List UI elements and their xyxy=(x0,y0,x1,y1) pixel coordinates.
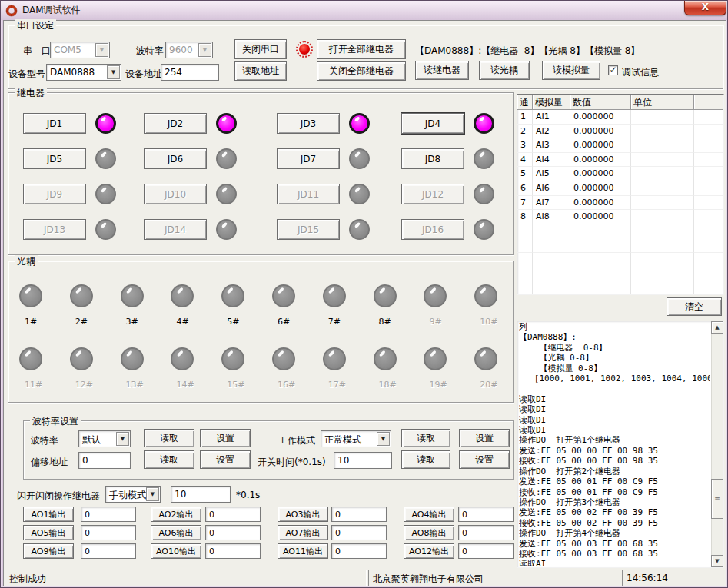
switch-time-set-button[interactable]: 设置 xyxy=(459,450,510,469)
ao-output-field-6[interactable] xyxy=(205,525,261,540)
ao-output-field-10[interactable] xyxy=(205,543,261,559)
analog-table-header-cell[interactable]: 单位 xyxy=(631,95,694,110)
device-address-field[interactable] xyxy=(161,64,219,81)
ao-output-field-2[interactable] xyxy=(205,507,261,522)
close-button[interactable]: X xyxy=(684,1,726,15)
relay-button-jd1[interactable]: JD1 xyxy=(23,113,86,134)
read-analog-button[interactable]: 读模拟量 xyxy=(542,61,600,80)
ao-output-button-3[interactable]: AO3输出 xyxy=(278,507,328,522)
analog-table-cell: 0.000000 xyxy=(570,125,631,139)
relay-button-jd8[interactable]: JD8 xyxy=(401,148,464,169)
analog-table-row[interactable]: 5AI50.000000 xyxy=(517,167,723,181)
analog-table-row[interactable]: 4AI40.000000 xyxy=(517,153,723,168)
work-mode-select[interactable]: 正常模式 ▼ xyxy=(321,430,391,447)
device-model-select[interactable]: DAM0888 ▼ xyxy=(46,64,121,81)
switch-time-field[interactable] xyxy=(334,452,392,469)
baud-read-button[interactable]: 读取 xyxy=(144,429,194,447)
analog-table-cell xyxy=(570,238,631,253)
flash-time-field[interactable] xyxy=(171,486,231,503)
ao-output-button-4[interactable]: AO4输出 xyxy=(404,507,454,522)
analog-table-row[interactable]: 7AI70.000000 xyxy=(517,196,723,211)
ao-output-button-9[interactable]: AO9输出 xyxy=(23,543,74,559)
ao-output-button-10[interactable]: AO10输出 xyxy=(151,543,201,559)
ao-output-field-11[interactable] xyxy=(331,543,387,559)
read-relays-button[interactable]: 读继电器 xyxy=(415,61,469,80)
flash-mode-select[interactable]: 手动模式 ▼ xyxy=(105,486,161,503)
analog-table-row[interactable]: 1AI10.000000 xyxy=(517,110,723,125)
analog-table-cell xyxy=(631,110,694,125)
analog-table-row[interactable]: 6AI60.000000 xyxy=(517,181,723,196)
log-scrollbar[interactable]: ▲ ≡ ▼ xyxy=(711,321,723,567)
offset-set-button[interactable]: 设置 xyxy=(200,450,251,469)
scroll-down-icon[interactable]: ▼ xyxy=(711,555,723,567)
analog-table: 通模拟量数值单位1AI10.0000002AI20.0000003AI30.00… xyxy=(517,94,724,295)
ao-output-field-5[interactable] xyxy=(81,525,136,540)
read-address-button[interactable]: 读取地址 xyxy=(234,61,287,81)
open-all-relays-button[interactable]: 打开全部继电器 xyxy=(317,39,406,59)
baud-set-button[interactable]: 设置 xyxy=(200,429,251,447)
relay-button-jd6[interactable]: JD6 xyxy=(144,148,207,169)
analog-table-cell: 0.000000 xyxy=(570,153,631,168)
opto-led-off xyxy=(374,284,397,307)
com-port-select[interactable]: COM5 ▼ xyxy=(50,42,110,58)
relay-button-jd11[interactable]: JD11 xyxy=(277,184,340,204)
debug-log-panel[interactable]: 列 【DAM0888】: 【继电器 0-8】 【光耦 0-8】 【模拟量 0-8… xyxy=(517,321,724,568)
scrollbar-thumb[interactable]: ≡ xyxy=(711,479,723,519)
relay-button-jd9[interactable]: JD9 xyxy=(23,184,86,204)
ao-output-button-12[interactable]: AO12输出 xyxy=(404,543,454,559)
work-mode-read-button[interactable]: 读取 xyxy=(401,429,450,447)
relay-button-jd2[interactable]: JD2 xyxy=(144,113,207,134)
analog-table-cell: 0.000000 xyxy=(570,181,631,196)
work-mode-set-button[interactable]: 设置 xyxy=(459,429,510,447)
relay-button-jd5[interactable]: JD5 xyxy=(23,148,86,169)
ao-output-button-11[interactable]: AO11输出 xyxy=(278,543,328,559)
offset-address-field[interactable] xyxy=(78,452,131,469)
analog-table-header-cell[interactable]: 模拟量 xyxy=(533,95,570,110)
analog-table-row[interactable]: 3AI30.000000 xyxy=(517,138,723,153)
baud-select[interactable]: 9600 ▼ xyxy=(165,42,213,58)
analog-table-cell: 0.000000 xyxy=(570,196,631,211)
relay-button-jd10[interactable]: JD10 xyxy=(144,184,207,204)
clear-button[interactable]: 清空 xyxy=(667,297,722,316)
status-time: 14:56:14 xyxy=(622,570,726,586)
red-led-icon xyxy=(299,44,310,55)
relay-button-jd7[interactable]: JD7 xyxy=(277,148,340,169)
analog-table-cell xyxy=(694,196,723,211)
analog-table-header-cell[interactable]: 通 xyxy=(517,95,533,110)
scroll-up-icon[interactable]: ▲ xyxy=(711,321,723,334)
close-all-relays-button[interactable]: 关闭全部继电器 xyxy=(317,61,406,81)
relay-button-jd14[interactable]: JD14 xyxy=(144,219,207,240)
title-bar[interactable]: DAM调试软件 X xyxy=(1,1,727,20)
read-opto-button[interactable]: 读光耦 xyxy=(479,61,530,80)
ao-output-field-8[interactable] xyxy=(458,525,514,540)
ao-output-field-9[interactable] xyxy=(81,543,136,559)
ao-output-button-5[interactable]: AO5输出 xyxy=(23,525,74,540)
debug-info-checkbox[interactable]: ✓ xyxy=(608,65,618,75)
opto-channel-label: 10# xyxy=(480,317,497,327)
ao-output-field-4[interactable] xyxy=(458,507,514,522)
analog-table-header-cell[interactable]: 数值 xyxy=(570,95,631,110)
analog-table-header-cell[interactable] xyxy=(694,95,723,110)
relay-button-jd4[interactable]: JD4 xyxy=(401,113,464,134)
relay-button-jd15[interactable]: JD15 xyxy=(277,219,340,240)
analog-table-row[interactable]: 8AI80.000000 xyxy=(517,210,723,224)
relay-button-jd3[interactable]: JD3 xyxy=(277,113,340,134)
analog-table-cell xyxy=(694,138,723,153)
switch-time-read-button[interactable]: 读取 xyxy=(401,450,450,469)
relay-button-jd13[interactable]: JD13 xyxy=(23,219,86,240)
ao-output-field-3[interactable] xyxy=(331,507,387,522)
analog-table-row[interactable]: 2AI20.000000 xyxy=(517,125,723,139)
ao-output-field-1[interactable] xyxy=(81,507,136,522)
ao-output-field-12[interactable] xyxy=(458,543,514,559)
ao-output-field-7[interactable] xyxy=(331,525,387,540)
ao-output-button-1[interactable]: AO1输出 xyxy=(23,507,74,522)
ao-output-button-7[interactable]: AO7输出 xyxy=(278,525,328,540)
offset-read-button[interactable]: 读取 xyxy=(144,450,194,469)
ao-output-button-6[interactable]: AO6输出 xyxy=(151,525,201,540)
baud-setting-select[interactable]: 默认 ▼ xyxy=(78,430,131,447)
ao-output-button-8[interactable]: AO8输出 xyxy=(404,525,454,540)
relay-button-jd12[interactable]: JD12 xyxy=(401,184,464,204)
relay-button-jd16[interactable]: JD16 xyxy=(401,219,464,240)
ao-output-button-2[interactable]: AO2输出 xyxy=(151,507,201,522)
close-serial-button[interactable]: 关闭串口 xyxy=(234,39,287,59)
